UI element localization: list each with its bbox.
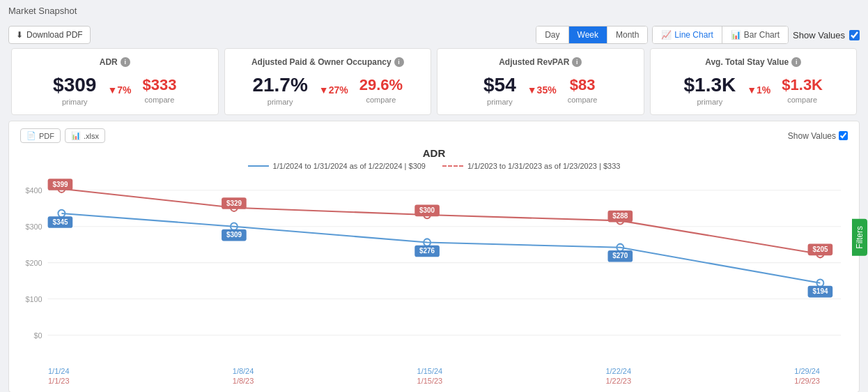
time-btn-month[interactable]: Month bbox=[607, 27, 647, 43]
metric-primary-val-adjusted_revpar: $54 bbox=[483, 74, 516, 96]
toolbar: ⬇ Download PDF Day Week Month 📈 Line Cha… bbox=[0, 22, 868, 48]
page-title: Market Snapshot bbox=[0, 0, 868, 22]
chart-file-buttons: 📄 PDF 📊 .xlsx bbox=[20, 128, 105, 143]
line-chart-svg: $400 $300 $200 $100 $0 $399 $329 bbox=[20, 176, 848, 364]
metric-title-avg_total_stay_value: Avg. Total Stay Value i bbox=[662, 57, 846, 67]
metric-title-adr: ADR i bbox=[23, 57, 207, 67]
bar-chart-btn[interactable]: 📊 Bar Chart bbox=[722, 27, 788, 43]
metric-card-avg_total_stay_value: Avg. Total Stay Value i $1.3K primary ▼1… bbox=[650, 48, 858, 115]
download-icon: ⬇ bbox=[16, 30, 23, 40]
x-label-1-top: 1/1/24 bbox=[48, 367, 70, 375]
metric-primary-val-avg_total_stay_value: $1.3K bbox=[683, 74, 736, 96]
x-axis-bottom: 1/1/23 1/8/23 1/15/23 1/22/23 1/29/23 bbox=[20, 377, 848, 385]
info-icon-adjusted_revpar[interactable]: i bbox=[572, 57, 582, 67]
chart-show-values: Show Values bbox=[788, 131, 848, 141]
metric-compare-avg_total_stay_value: $1.3K compare bbox=[782, 76, 823, 104]
metric-change-val-adr: ▼7% bbox=[107, 84, 131, 96]
svg-text:$194: $194 bbox=[812, 287, 828, 295]
metric-compare-val-adjusted_paid_owner_occupancy: 29.6% bbox=[359, 76, 403, 94]
info-icon-avg_total_stay_value[interactable]: i bbox=[791, 57, 801, 67]
time-btn-week[interactable]: Week bbox=[569, 27, 607, 43]
toolbar-right: Day Week Month 📈 Line Chart 📊 Bar Chart … bbox=[536, 26, 860, 44]
legend-red: 1/1/2023 to 1/31/2023 as of 1/23/2023 | … bbox=[442, 162, 620, 170]
chart-show-values-label: Show Values bbox=[788, 131, 836, 141]
legend-blue-text: 1/1/2024 to 1/31/2024 as of 1/22/2024 | … bbox=[273, 162, 426, 170]
pdf-icon: 📄 bbox=[26, 131, 36, 140]
show-values-toggle: Show Values bbox=[793, 30, 860, 40]
x-label-5-bottom: 1/29/23 bbox=[794, 377, 820, 385]
bar-chart-label: Bar Chart bbox=[744, 30, 780, 40]
metric-compare-val-avg_total_stay_value: $1.3K bbox=[782, 76, 823, 94]
svg-text:$276: $276 bbox=[419, 247, 435, 255]
chart-area: $400 $300 $200 $100 $0 $399 $329 bbox=[20, 176, 848, 364]
show-values-label: Show Values bbox=[793, 30, 845, 40]
metric-values-avg_total_stay_value: $1.3K primary ▼1% $1.3K compare bbox=[662, 74, 846, 106]
metric-title-adjusted_paid_owner_occupancy: Adjusted Paid & Owner Occupancy i bbox=[236, 57, 420, 67]
chart-toolbar: 📄 PDF 📊 .xlsx Show Values bbox=[20, 128, 848, 143]
filters-tab[interactable]: Filters bbox=[852, 219, 867, 256]
toolbar-left: ⬇ Download PDF bbox=[8, 26, 91, 44]
bar-chart-icon: 📊 bbox=[731, 30, 741, 40]
legend-blue: 1/1/2024 to 1/31/2024 as of 1/22/2024 | … bbox=[248, 162, 426, 170]
show-values-checkbox[interactable] bbox=[849, 30, 860, 40]
metric-primary-label-avg_total_stay_value: primary bbox=[697, 98, 723, 106]
metric-primary-adjusted_revpar: $54 primary bbox=[483, 74, 516, 106]
info-icon-adr[interactable]: i bbox=[121, 57, 130, 67]
xlsx-icon: 📊 bbox=[71, 131, 81, 140]
svg-text:$345: $345 bbox=[52, 218, 68, 225]
metric-change-val-adjusted_revpar: ▼35% bbox=[527, 84, 557, 96]
svg-text:$200: $200 bbox=[25, 259, 42, 267]
svg-text:$270: $270 bbox=[612, 252, 628, 259]
metric-primary-val-adr: $309 bbox=[53, 74, 96, 96]
svg-text:$399: $399 bbox=[52, 180, 68, 188]
metric-primary-label-adjusted_paid_owner_occupancy: primary bbox=[268, 98, 293, 106]
metric-compare-val-adjusted_revpar: $83 bbox=[570, 76, 596, 94]
metric-compare-label-adr: compare bbox=[145, 96, 175, 104]
metric-primary-val-adjusted_paid_owner_occupancy: 21.7% bbox=[252, 74, 307, 96]
metric-values-adr: $309 primary ▼7% $333 compare bbox=[23, 74, 207, 106]
metric-primary-label-adjusted_revpar: primary bbox=[487, 98, 513, 106]
metric-values-adjusted_revpar: $54 primary ▼35% $83 compare bbox=[449, 74, 633, 106]
chart-show-values-checkbox[interactable] bbox=[839, 131, 848, 140]
info-icon-adjusted_paid_owner_occupancy[interactable]: i bbox=[394, 57, 404, 67]
metric-card-adr: ADR i $309 primary ▼7% $333 compare bbox=[11, 48, 219, 115]
svg-text:$400: $400 bbox=[25, 186, 42, 195]
time-btn-day[interactable]: Day bbox=[536, 27, 568, 43]
metric-card-adjusted_revpar: Adjusted RevPAR i $54 primary ▼35% $83 c… bbox=[437, 48, 644, 115]
metric-compare-label-adjusted_revpar: compare bbox=[568, 96, 598, 104]
metric-change-adjusted_paid_owner_occupancy: ▼27% bbox=[319, 84, 348, 96]
metric-compare-label-avg_total_stay_value: compare bbox=[787, 96, 817, 104]
download-pdf-button[interactable]: ⬇ Download PDF bbox=[8, 26, 91, 44]
x-label-5-top: 1/29/24 bbox=[794, 367, 820, 375]
legend-blue-line bbox=[248, 165, 269, 167]
metric-primary-avg_total_stay_value: $1.3K primary bbox=[683, 74, 736, 106]
svg-text:$100: $100 bbox=[25, 294, 42, 303]
legend-red-text: 1/1/2023 to 1/31/2023 as of 1/23/2023 | … bbox=[467, 162, 620, 170]
pdf-button[interactable]: 📄 PDF bbox=[20, 128, 61, 143]
metric-values-adjusted_paid_owner_occupancy: 21.7% primary ▼27% 29.6% compare bbox=[236, 74, 420, 106]
line-chart-btn[interactable]: 📈 Line Chart bbox=[653, 27, 722, 43]
x-label-2-bottom: 1/8/23 bbox=[233, 377, 254, 385]
line-chart-label: Line Chart bbox=[674, 30, 713, 40]
metric-change-adr: ▼7% bbox=[107, 84, 131, 96]
xlsx-button[interactable]: 📊 .xlsx bbox=[65, 128, 105, 143]
xlsx-label: .xlsx bbox=[84, 132, 99, 140]
x-label-4-bottom: 1/22/23 bbox=[605, 377, 631, 385]
svg-text:$309: $309 bbox=[226, 231, 242, 239]
legend-red-line bbox=[442, 165, 463, 167]
x-label-3-bottom: 1/15/23 bbox=[417, 377, 443, 385]
x-label-4-top: 1/22/24 bbox=[605, 367, 631, 375]
metric-change-val-avg_total_stay_value: ▼1% bbox=[747, 84, 770, 96]
metric-compare-label-adjusted_paid_owner_occupancy: compare bbox=[366, 96, 396, 104]
chart-legend: 1/1/2024 to 1/31/2024 as of 1/22/2024 | … bbox=[20, 162, 848, 170]
x-label-2-top: 1/8/24 bbox=[233, 367, 254, 375]
metric-change-avg_total_stay_value: ▼1% bbox=[747, 84, 770, 96]
metric-compare-val-adr: $333 bbox=[142, 76, 176, 94]
svg-text:$300: $300 bbox=[25, 223, 42, 231]
metrics-row: ADR i $309 primary ▼7% $333 compare Adju… bbox=[0, 48, 868, 121]
time-period-group: Day Week Month bbox=[536, 26, 648, 44]
download-label: Download PDF bbox=[26, 30, 83, 40]
metric-card-adjusted_paid_owner_occupancy: Adjusted Paid & Owner Occupancy i 21.7% … bbox=[224, 48, 432, 115]
chart-title: ADR bbox=[20, 147, 848, 159]
metric-primary-adjusted_paid_owner_occupancy: 21.7% primary bbox=[252, 74, 307, 106]
